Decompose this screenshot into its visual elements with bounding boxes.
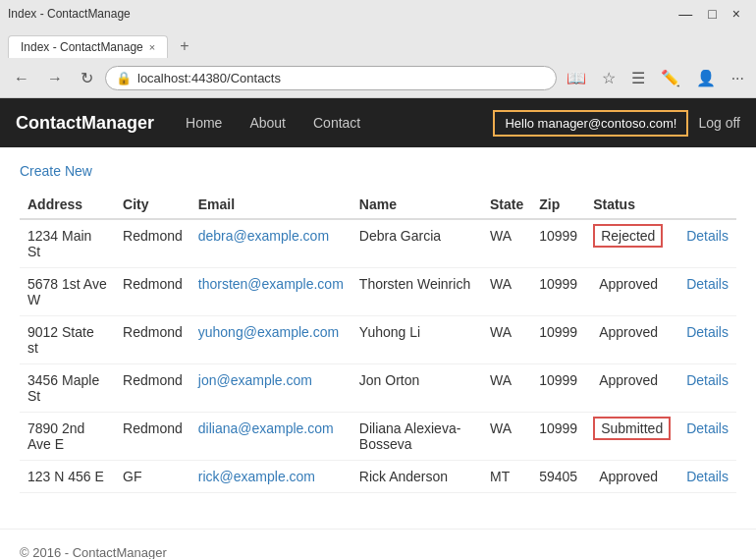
contacts-table: Address City Email Name State Zip Status…	[20, 191, 736, 493]
reload-button[interactable]: ↻	[75, 65, 99, 91]
col-header-actions	[678, 191, 736, 219]
table-row: 1234 Main StRedmonddebra@example.comDebr…	[20, 219, 736, 268]
cell-zip: 10999	[531, 316, 585, 364]
cell-status: Approved	[585, 461, 678, 493]
email-link[interactable]: jon@example.com	[198, 372, 312, 388]
table-row: 3456 Maple StRedmondjon@example.comJon O…	[20, 364, 736, 413]
navbar: ContactManager Home About Contact Hello …	[0, 98, 756, 147]
email-link[interactable]: yuhong@example.com	[198, 324, 339, 340]
status-badge: Approved	[593, 467, 664, 486]
cell-city: Redmond	[115, 219, 190, 268]
email-link[interactable]: thorsten@example.com	[198, 276, 344, 292]
cell-zip: 10999	[531, 268, 585, 316]
tools-icon[interactable]: ☰	[627, 65, 649, 91]
cell-status: Rejected	[585, 219, 678, 268]
address-bar[interactable]: 🔒 localhost:44380/Contacts	[105, 66, 557, 90]
main-content: Create New Address City Email Name State…	[0, 147, 756, 509]
lock-icon: 🔒	[116, 71, 132, 85]
cell-state: MT	[482, 461, 531, 493]
cell-details[interactable]: Details	[678, 413, 736, 461]
logoff-link[interactable]: Log off	[698, 115, 740, 131]
details-link[interactable]: Details	[686, 469, 729, 484]
email-link[interactable]: debra@example.com	[198, 228, 329, 244]
cell-name: Debra Garcia	[351, 219, 482, 268]
status-badge: Approved	[593, 274, 664, 294]
maximize-button[interactable]: □	[700, 4, 724, 24]
cell-address: 5678 1st Ave W	[20, 268, 115, 316]
status-badge: Submitted	[593, 417, 671, 440]
cell-name: Jon Orton	[351, 364, 482, 413]
cell-zip: 59405	[531, 461, 585, 493]
footer: © 2016 - ContactManager	[0, 529, 756, 559]
cell-status: Approved	[585, 268, 678, 316]
cell-zip: 10999	[531, 364, 585, 413]
email-link[interactable]: rick@example.com	[198, 469, 315, 484]
col-header-name: Name	[351, 191, 482, 219]
cell-name: Diliana Alexieva-Bosseva	[351, 413, 482, 461]
tab-close-icon[interactable]: ×	[149, 41, 155, 53]
cell-city: GF	[115, 461, 190, 493]
cell-name: Rick Anderson	[351, 461, 482, 493]
cell-details[interactable]: Details	[678, 316, 736, 364]
status-badge: Approved	[593, 370, 664, 390]
new-tab-button[interactable]: +	[172, 33, 196, 59]
cell-name: Thorsten Weinrich	[351, 268, 482, 316]
status-badge: Approved	[593, 322, 664, 342]
cell-address: 123 N 456 E	[20, 461, 115, 493]
cell-address: 3456 Maple St	[20, 364, 115, 413]
cell-details[interactable]: Details	[678, 461, 736, 493]
details-link[interactable]: Details	[686, 324, 729, 340]
details-link[interactable]: Details	[686, 228, 729, 244]
cell-details[interactable]: Details	[678, 219, 736, 268]
cell-email[interactable]: debra@example.com	[190, 219, 351, 268]
cell-state: WA	[482, 219, 531, 268]
cell-state: WA	[482, 268, 531, 316]
details-link[interactable]: Details	[686, 372, 729, 388]
cell-email[interactable]: yuhong@example.com	[190, 316, 351, 364]
address-text: localhost:44380/Contacts	[137, 71, 281, 85]
cell-email[interactable]: thorsten@example.com	[190, 268, 351, 316]
cell-status: Approved	[585, 364, 678, 413]
details-link[interactable]: Details	[686, 276, 729, 292]
profile-icon[interactable]: 👤	[692, 65, 720, 91]
table-row: 7890 2nd Ave ERedmonddiliana@example.com…	[20, 413, 736, 461]
email-link[interactable]: diliana@example.com	[198, 420, 334, 436]
details-link[interactable]: Details	[686, 420, 729, 436]
col-header-state: State	[482, 191, 531, 219]
cell-email[interactable]: rick@example.com	[190, 461, 351, 493]
tab-title: Index - ContactManage	[21, 40, 143, 54]
more-icon[interactable]: ···	[728, 66, 748, 91]
close-window-button[interactable]: ×	[725, 4, 748, 24]
cell-details[interactable]: Details	[678, 364, 736, 413]
cell-city: Redmond	[115, 364, 190, 413]
cell-status: Submitted	[585, 413, 678, 461]
cell-state: WA	[482, 364, 531, 413]
col-header-email: Email	[190, 191, 351, 219]
cell-details[interactable]: Details	[678, 268, 736, 316]
navbar-link-contact[interactable]: Contact	[301, 101, 372, 144]
cell-state: WA	[482, 316, 531, 364]
status-badge: Rejected	[593, 224, 663, 248]
edit-icon[interactable]: ✏️	[657, 65, 684, 91]
cell-state: WA	[482, 413, 531, 461]
col-header-city: City	[115, 191, 190, 219]
user-badge: Hello manager@contoso.com!	[493, 110, 688, 137]
navbar-link-about[interactable]: About	[238, 101, 297, 144]
favorites-icon[interactable]: ☆	[598, 65, 620, 91]
navbar-links: Home About Contact	[174, 101, 493, 144]
cell-zip: 10999	[531, 219, 585, 268]
col-header-status: Status	[585, 191, 678, 219]
reader-view-icon[interactable]: 📖	[563, 65, 590, 91]
forward-button[interactable]: →	[41, 66, 69, 91]
minimize-button[interactable]: —	[671, 4, 700, 24]
cell-email[interactable]: jon@example.com	[190, 364, 351, 413]
create-new-link[interactable]: Create New	[20, 163, 92, 179]
cell-email[interactable]: diliana@example.com	[190, 413, 351, 461]
cell-city: Redmond	[115, 268, 190, 316]
cell-city: Redmond	[115, 316, 190, 364]
navbar-link-home[interactable]: Home	[174, 101, 234, 144]
back-button[interactable]: ←	[8, 66, 35, 91]
cell-zip: 10999	[531, 413, 585, 461]
table-row: 9012 State stRedmondyuhong@example.comYu…	[20, 316, 736, 364]
table-row: 123 N 456 EGFrick@example.comRick Anders…	[20, 461, 736, 493]
